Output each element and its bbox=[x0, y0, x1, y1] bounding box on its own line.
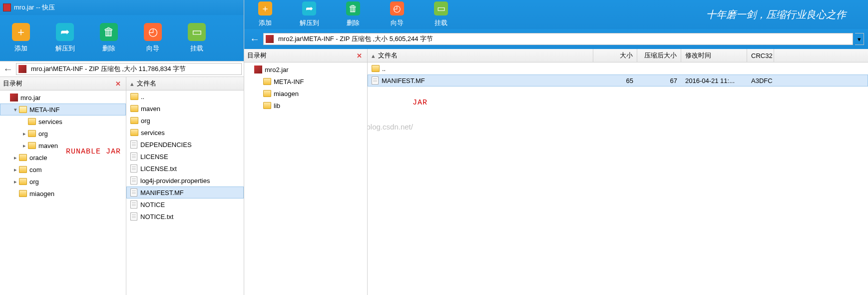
folder-icon bbox=[28, 130, 36, 137]
list-item[interactable]: LICENSE.txt bbox=[126, 162, 244, 174]
file-crc: A3DFC bbox=[747, 77, 774, 84]
close-tree-button[interactable]: ✕ bbox=[113, 80, 123, 88]
list-item[interactable]: services bbox=[126, 126, 244, 138]
folder-icon bbox=[130, 105, 138, 112]
back-button[interactable]: ← bbox=[2, 63, 14, 75]
annotation-jar: JAR bbox=[413, 98, 428, 107]
list-item[interactable]: NOTICE bbox=[126, 198, 244, 210]
tree-item[interactable]: miaogen bbox=[244, 88, 367, 100]
mount-button[interactable]: ▭挂载 bbox=[183, 23, 211, 53]
expand-toggle[interactable]: ▸ bbox=[12, 154, 19, 161]
mount-button[interactable]: ▭挂载 bbox=[427, 2, 455, 28]
list-body[interactable]: ..mavenorgservicesDEPENDENCIESLICENSELIC… bbox=[126, 90, 244, 295]
slogan-text: 十年磨一剑，压缩行业良心之作 bbox=[706, 8, 861, 22]
tree-pane: 目录树 ✕ RUNABLE JAR mro.jar▾META-INFservic… bbox=[0, 77, 126, 295]
toolbar: ＋添加 ➦解压到 🗑删除 ◴向导 ▭挂载 bbox=[0, 15, 244, 61]
expand-toggle[interactable]: ▸ bbox=[21, 130, 28, 137]
jar-icon bbox=[18, 65, 26, 73]
tree-item[interactable]: ▸maven bbox=[0, 140, 126, 152]
folder-icon bbox=[263, 102, 271, 109]
file-name: log4j-provider.properties bbox=[140, 177, 210, 184]
file-icon bbox=[130, 152, 137, 160]
window-title: mro.jar -- 快压 bbox=[14, 3, 55, 12]
expand-toggle[interactable]: ▸ bbox=[21, 142, 28, 149]
extract-icon: ➦ bbox=[56, 23, 74, 41]
file-name: MANIFEST.MF bbox=[382, 77, 425, 84]
back-button[interactable]: ← bbox=[248, 33, 261, 45]
file-size: 65 bbox=[593, 77, 637, 84]
folder-icon bbox=[372, 65, 380, 72]
tree-item[interactable]: mro.jar bbox=[0, 92, 126, 104]
tree-body[interactable]: mro2.jarMETA-INFmiaogenlib bbox=[244, 62, 367, 295]
close-tree-button[interactable]: ✕ bbox=[355, 52, 364, 60]
file-name: NOTICE.txt bbox=[140, 213, 173, 220]
address-input[interactable]: mro.jar\META-INF - ZIP 压缩包 ,大小 11,786,83… bbox=[16, 63, 242, 75]
tree-item[interactable]: mro2.jar bbox=[244, 64, 367, 76]
add-button[interactable]: ＋添加 bbox=[251, 2, 279, 28]
compass-icon: ◴ bbox=[144, 23, 162, 41]
tree-item-label: META-INF bbox=[274, 78, 304, 86]
address-bar: ← mro2.jar\META-INF - ZIP 压缩包 ,大小 5,605,… bbox=[244, 29, 868, 49]
tree-item[interactable]: ▸org bbox=[0, 128, 126, 140]
extract-button[interactable]: ➦解压到 bbox=[295, 2, 323, 28]
list-item[interactable]: MANIFEST.MF bbox=[126, 186, 244, 198]
tree-body[interactable]: RUNABLE JAR mro.jar▾META-INFservices▸org… bbox=[0, 90, 126, 295]
tree-item-label: miaogen bbox=[274, 90, 299, 98]
tree-item-label: lib bbox=[274, 102, 280, 110]
wizard-button[interactable]: ◴向导 bbox=[139, 23, 167, 53]
add-button[interactable]: ＋添加 bbox=[7, 23, 35, 53]
file-name: services bbox=[141, 129, 165, 136]
expand-toggle[interactable]: ▾ bbox=[12, 106, 19, 113]
titlebar[interactable]: mro.jar -- 快压 bbox=[0, 0, 244, 15]
folder-icon bbox=[19, 166, 27, 173]
extract-button[interactable]: ➦解压到 bbox=[51, 23, 79, 53]
folder-icon bbox=[130, 129, 138, 136]
folder-icon bbox=[19, 154, 27, 161]
list-item[interactable]: log4j-provider.properties bbox=[126, 174, 244, 186]
list-header: ▴文件名 大小 压缩后大小 修改时间 CRC32 bbox=[368, 49, 868, 62]
tree-item[interactable]: ▸org bbox=[0, 176, 126, 188]
list-item[interactable]: maven bbox=[126, 102, 244, 114]
wizard-button[interactable]: ◴向导 bbox=[383, 2, 411, 28]
list-item[interactable]: DEPENDENCIES bbox=[126, 138, 244, 150]
folder-icon bbox=[263, 90, 271, 97]
address-dropdown[interactable]: ▾ bbox=[855, 33, 864, 45]
jar-icon bbox=[10, 94, 18, 102]
tree-item-label: oracle bbox=[29, 154, 47, 162]
jar-icon bbox=[266, 35, 274, 43]
tree-item[interactable]: META-INF bbox=[244, 76, 367, 88]
address-bar: ← mro.jar\META-INF - ZIP 压缩包 ,大小 11,786,… bbox=[0, 61, 244, 77]
tree-item[interactable]: ▸com bbox=[0, 164, 126, 176]
jar-icon bbox=[254, 66, 262, 74]
delete-button[interactable]: 🗑删除 bbox=[95, 23, 123, 53]
tree-item-label: mro2.jar bbox=[265, 66, 289, 74]
expand-toggle[interactable]: ▸ bbox=[12, 166, 19, 173]
compass-icon: ◴ bbox=[390, 2, 404, 16]
list-item[interactable]: .. bbox=[368, 62, 868, 74]
folder-icon bbox=[19, 178, 27, 185]
list-item[interactable]: LICENSE bbox=[126, 150, 244, 162]
file-name: maven bbox=[141, 105, 160, 112]
tree-header: 目录树 ✕ bbox=[244, 49, 367, 62]
address-input[interactable]: mro2.jar\META-INF - ZIP 压缩包 ,大小 5,605,24… bbox=[263, 33, 853, 45]
expand-toggle[interactable]: ▸ bbox=[12, 178, 19, 185]
window-left: mro.jar -- 快压 ＋添加 ➦解压到 🗑删除 ◴向导 ▭挂载 ← mro… bbox=[0, 0, 244, 295]
tree-item[interactable]: lib bbox=[244, 100, 367, 112]
file-icon bbox=[130, 200, 137, 208]
list-item[interactable]: MANIFEST.MF65672016-04-21 11:...A3DFC bbox=[368, 74, 868, 86]
list-item[interactable]: org bbox=[126, 114, 244, 126]
tree-item[interactable]: ▸oracle bbox=[0, 152, 126, 164]
folder-icon bbox=[28, 118, 36, 125]
list-body[interactable]: ..MANIFEST.MF65672016-04-21 11:...A3DFCJ… bbox=[368, 62, 868, 295]
list-header: ▴文件名 bbox=[126, 77, 244, 90]
file-name: MANIFEST.MF bbox=[140, 189, 184, 196]
tree-item[interactable]: services bbox=[0, 116, 126, 128]
list-item[interactable]: .. bbox=[126, 90, 244, 102]
sort-asc-icon[interactable]: ▴ bbox=[130, 80, 134, 88]
sort-asc-icon[interactable]: ▴ bbox=[372, 52, 375, 60]
list-item[interactable]: NOTICE.txt bbox=[126, 210, 244, 222]
tree-item-label: org bbox=[38, 130, 48, 138]
tree-item[interactable]: miaogen bbox=[0, 188, 126, 200]
tree-item[interactable]: ▾META-INF bbox=[0, 104, 126, 116]
delete-button[interactable]: 🗑删除 bbox=[339, 2, 367, 28]
